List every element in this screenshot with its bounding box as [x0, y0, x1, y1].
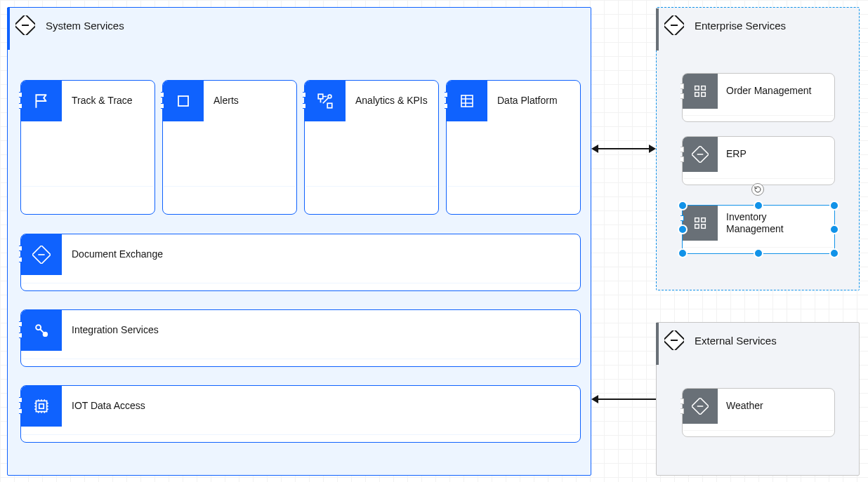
card-label: Data Platform	[487, 81, 567, 121]
card-analytics-kpis[interactable]: Analytics & KPIs	[304, 80, 439, 215]
divider	[22, 434, 579, 435]
selection-handle-icon[interactable]	[754, 248, 763, 258]
apps-icon	[683, 206, 718, 241]
card-label: Analytics & KPIs	[346, 81, 438, 121]
diamond-minus-icon	[683, 137, 718, 172]
group-title: Enterprise Services	[695, 20, 786, 32]
card-alerts[interactable]: Alerts	[162, 80, 297, 215]
selection-handle-icon[interactable]	[754, 201, 763, 210]
group-external-services[interactable]: External Services Weather	[656, 322, 860, 476]
bar-iot-data-access[interactable]: IOT Data Access	[20, 385, 581, 443]
card-label: ERP	[718, 137, 755, 172]
component-notch-icon	[303, 103, 306, 109]
svg-point-10	[43, 332, 48, 337]
svg-rect-16	[695, 86, 699, 91]
connector-directional[interactable]	[598, 399, 656, 400]
diamond-minus-icon	[15, 15, 36, 36]
card-label: Alerts	[204, 81, 249, 121]
connector-bidirectional[interactable]	[598, 148, 649, 149]
component-notch-icon	[680, 147, 684, 152]
component-notch-icon	[680, 408, 684, 414]
rotate-handle-icon[interactable]	[751, 183, 764, 196]
chip-icon	[21, 386, 62, 427]
component-notch-icon	[19, 333, 22, 338]
connection-icon	[21, 310, 62, 351]
group-enterprise-services[interactable]: Enterprise Services Order Management	[656, 7, 860, 290]
divider	[22, 359, 579, 359]
divider	[164, 186, 296, 187]
svg-rect-13	[39, 404, 44, 409]
card-label: Order Management	[718, 74, 820, 109]
card-erp[interactable]: ERP	[682, 136, 835, 185]
svg-rect-4	[327, 103, 332, 108]
card-label: Weather	[718, 389, 772, 424]
card-order-management[interactable]: Order Management	[682, 73, 835, 122]
component-notch-icon	[19, 257, 22, 262]
component-notch-icon	[445, 92, 448, 98]
selection-handle-icon[interactable]	[678, 248, 688, 258]
bar-document-exchange[interactable]: Document Exchange	[20, 234, 581, 291]
arrowhead-left-icon	[591, 395, 598, 403]
group-title: System Services	[46, 20, 124, 32]
divider	[305, 186, 438, 187]
selection-handle-icon[interactable]	[829, 248, 839, 258]
svg-rect-18	[695, 93, 699, 97]
group-system-services[interactable]: System Services Track & Trace	[7, 7, 591, 476]
bar-label: IOT Data Access	[62, 386, 155, 427]
diamond-minus-icon	[683, 389, 718, 424]
apps-icon	[683, 74, 718, 109]
component-notch-icon	[680, 93, 684, 99]
svg-rect-2	[178, 96, 188, 106]
bar-integration-services[interactable]: Integration Services	[20, 309, 581, 367]
divider	[683, 430, 834, 431]
selection-handle-icon[interactable]	[829, 201, 839, 210]
svg-rect-17	[702, 86, 706, 91]
svg-line-11	[40, 329, 44, 333]
svg-rect-23	[702, 218, 706, 222]
divider	[683, 247, 834, 248]
component-notch-icon	[19, 321, 22, 327]
arrowhead-left-icon	[591, 145, 598, 153]
component-notch-icon	[680, 156, 684, 162]
component-notch-icon	[445, 103, 448, 109]
svg-rect-6	[461, 95, 473, 107]
card-weather[interactable]: Weather	[682, 388, 835, 437]
divider	[22, 283, 579, 283]
arrowhead-right-icon	[649, 145, 656, 153]
card-data-platform[interactable]: Data Platform	[446, 80, 581, 215]
component-notch-icon	[19, 408, 22, 414]
component-notch-icon	[19, 246, 22, 251]
square-icon	[163, 81, 204, 121]
bar-label: Document Exchange	[62, 234, 173, 275]
component-notch-icon	[303, 92, 306, 98]
svg-rect-22	[695, 218, 699, 222]
svg-rect-25	[702, 225, 706, 229]
svg-rect-3	[318, 94, 323, 99]
card-label: Track & Trace	[62, 81, 143, 121]
flag-icon	[21, 81, 62, 121]
diamond-minus-icon	[664, 15, 685, 36]
component-notch-icon	[19, 103, 22, 109]
group-tab-icon	[656, 8, 659, 51]
selection-handle-icon[interactable]	[678, 225, 688, 234]
diagram-canvas[interactable]: System Services Track & Trace	[0, 0, 868, 482]
component-notch-icon	[161, 103, 164, 109]
data-table-icon	[447, 81, 487, 121]
group-tab-icon	[656, 323, 659, 365]
divider	[22, 186, 154, 187]
divider	[683, 178, 834, 179]
component-notch-icon	[19, 92, 22, 98]
diamond-minus-icon	[21, 234, 62, 275]
component-notch-icon	[161, 92, 164, 98]
group-title: External Services	[695, 335, 777, 347]
component-notch-icon	[680, 215, 684, 221]
svg-rect-19	[702, 93, 706, 97]
component-notch-icon	[680, 399, 684, 404]
component-notch-icon	[680, 83, 684, 89]
selection-handle-icon[interactable]	[829, 225, 839, 234]
model-icon	[305, 81, 346, 121]
card-inventory-management[interactable]: Inventory Management	[682, 205, 835, 254]
selection-handle-icon[interactable]	[678, 201, 688, 210]
component-notch-icon	[19, 397, 22, 403]
card-track-trace[interactable]: Track & Trace	[20, 80, 155, 215]
